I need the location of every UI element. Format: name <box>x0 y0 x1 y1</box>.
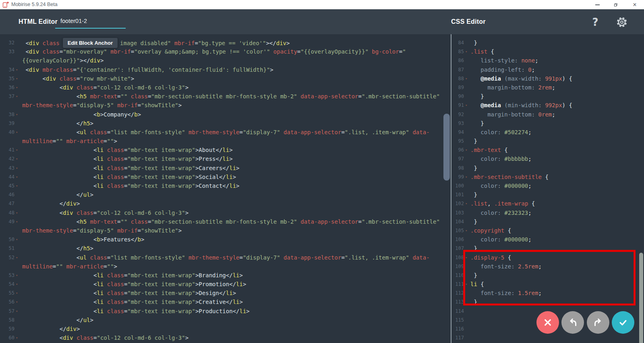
fold-arrow-icon[interactable]: ▾ <box>14 181 22 190</box>
line-number: 111 <box>453 280 464 289</box>
line-number: 110 <box>453 271 464 280</box>
fold-arrow-icon[interactable]: ▾ <box>464 226 470 235</box>
apply-button[interactable] <box>612 311 634 334</box>
line-number: 108 <box>453 253 464 262</box>
code-text: <li class="mbr-text item-wrap">Social</l… <box>22 173 236 181</box>
fold-arrow-icon[interactable]: ▾ <box>14 110 22 119</box>
fold-arrow-icon <box>464 65 470 74</box>
window-restore-button[interactable] <box>609 0 622 9</box>
code-line: 91▾ @media (min-width: 992px) { <box>453 101 644 110</box>
line-number: 40 <box>4 128 14 137</box>
undo-button[interactable] <box>561 311 584 334</box>
mobirise-logo-icon <box>2 1 10 8</box>
settings-gear-icon[interactable] <box>615 15 629 29</box>
code-text: } <box>470 190 477 199</box>
window-close-button[interactable]: × <box>628 0 641 9</box>
fold-arrow-icon[interactable]: ▾ <box>464 101 470 110</box>
code-text: } <box>470 244 477 253</box>
code-text: color: #bbbbbb; <box>470 154 532 163</box>
css-code-pane[interactable]: 84 }85▾.list {86 list-style: none;87 pad… <box>452 34 644 343</box>
fold-arrow-icon[interactable]: ▾ <box>14 333 22 342</box>
fold-arrow-icon[interactable] <box>14 101 22 110</box>
fold-arrow-icon <box>464 297 470 306</box>
code-line: 44▾ <li class="mbr-text item-wrap">Socia… <box>4 173 454 181</box>
line-number: 91 <box>453 101 464 110</box>
fold-arrow-icon[interactable]: ▾ <box>14 217 22 226</box>
code-text: .copyright { <box>470 226 511 235</box>
fold-arrow-icon[interactable]: ▾ <box>464 47 470 56</box>
fold-arrow-icon[interactable]: ▾ <box>14 280 22 289</box>
fold-arrow-icon[interactable] <box>14 226 22 235</box>
fold-arrow-icon[interactable] <box>14 137 22 146</box>
fold-arrow-icon[interactable]: ▾ <box>14 253 22 262</box>
code-text: .list { <box>470 47 494 56</box>
css-pane-scrollbar-thumb[interactable] <box>639 253 643 343</box>
fold-arrow-icon <box>14 119 22 128</box>
fold-arrow-icon[interactable]: ▾ <box>464 173 470 181</box>
line-number: 49 <box>4 217 14 226</box>
fold-arrow-icon[interactable]: ▾ <box>14 128 22 137</box>
fold-arrow-icon[interactable]: ▾ <box>464 199 470 208</box>
line-number: 36 <box>4 83 14 92</box>
fold-arrow-icon[interactable]: ▾ <box>14 173 22 181</box>
close-button[interactable] <box>536 311 559 334</box>
fold-arrow-icon[interactable]: ▾ <box>14 146 22 154</box>
fold-arrow-icon <box>464 217 470 226</box>
fold-arrow-icon <box>14 199 22 208</box>
fold-arrow-icon[interactable]: ▾ <box>14 83 22 92</box>
line-number: 113 <box>453 297 464 306</box>
code-line: 60▾ <div class="col-12 col-md-6 col-lg-3… <box>4 333 454 342</box>
line-number: 90 <box>453 92 464 101</box>
html-code-pane[interactable]: 32 <div classEdit Block Anchorimage disa… <box>0 34 454 343</box>
fold-arrow-icon[interactable]: ▾ <box>14 297 22 306</box>
fold-arrow-icon[interactable] <box>14 262 22 271</box>
line-number: 56 <box>4 297 14 306</box>
window-minimize-button[interactable] <box>591 0 604 9</box>
fold-arrow-icon <box>464 83 470 92</box>
fold-arrow-icon[interactable]: ▾ <box>14 289 22 297</box>
code-line: 51 </h5> <box>4 244 454 253</box>
line-number: 103 <box>453 208 464 217</box>
html-pane-scrollbar-thumb[interactable] <box>443 114 450 181</box>
fold-arrow-icon[interactable]: ▾ <box>14 271 22 280</box>
line-number: 39 <box>4 119 14 128</box>
code-line: 102▾.list, .item-wrap { <box>453 199 644 208</box>
fold-arrow-icon[interactable]: ▾ <box>464 74 470 83</box>
code-text: } <box>470 137 477 146</box>
line-number: 51 <box>4 244 14 253</box>
pane-divider <box>451 34 451 343</box>
fold-arrow-icon[interactable]: ▾ <box>14 208 22 217</box>
help-icon[interactable]: ? <box>588 15 603 29</box>
fold-arrow-icon[interactable]: ▾ <box>14 92 22 101</box>
code-line: 96▾.mbr-text { <box>453 146 644 154</box>
code-line: 87 padding-left: 0; <box>453 65 644 74</box>
code-text: font-size: 2.5rem; <box>470 262 542 271</box>
fold-arrow-icon[interactable]: ▾ <box>14 65 22 74</box>
redo-button[interactable] <box>587 311 609 334</box>
code-line: 56▾ <li class="mbr-text item-wrap">Creat… <box>4 297 454 306</box>
code-line: 37▾ <h5 mbr-text="" class="mbr-section-s… <box>4 92 454 101</box>
code-line: multiline="" mbr-article=""> <box>4 137 454 146</box>
code-line: 112 font-size: 1.5rem; <box>453 289 644 297</box>
block-name-input[interactable]: footer01-2 <box>55 13 126 29</box>
fold-arrow-icon[interactable]: ▾ <box>14 74 22 83</box>
code-text: mbr-theme-style="display-5" mbr-if="show… <box>22 226 182 235</box>
redo-arrow-icon <box>592 316 604 328</box>
code-line: 43▾ <li class="mbr-text item-wrap">Caree… <box>4 164 454 173</box>
fold-arrow-icon[interactable]: ▾ <box>14 164 22 173</box>
code-line: 57▾ <li class="mbr-text item-wrap">Produ… <box>4 307 454 316</box>
code-text: <b>Company</b> <box>22 110 141 119</box>
fold-arrow-icon <box>464 244 470 253</box>
fold-arrow-icon[interactable]: ▾ <box>14 307 22 316</box>
fold-arrow-icon[interactable]: ▾ <box>464 146 470 154</box>
editor-body: 32 <div classEdit Block Anchorimage disa… <box>0 34 644 343</box>
code-line: 50▾ <b>Features</b> <box>4 235 454 244</box>
fold-arrow-icon[interactable]: ▾ <box>14 235 22 244</box>
line-number: 86 <box>453 56 464 65</box>
fold-arrow-icon[interactable]: ▾ <box>464 253 470 262</box>
fold-arrow-icon[interactable]: ▾ <box>464 280 470 289</box>
line-number: 57 <box>4 307 14 316</box>
line-number: 35 <box>4 74 14 83</box>
css-editor-label: CSS Editor <box>451 9 486 34</box>
fold-arrow-icon[interactable]: ▾ <box>14 154 22 163</box>
